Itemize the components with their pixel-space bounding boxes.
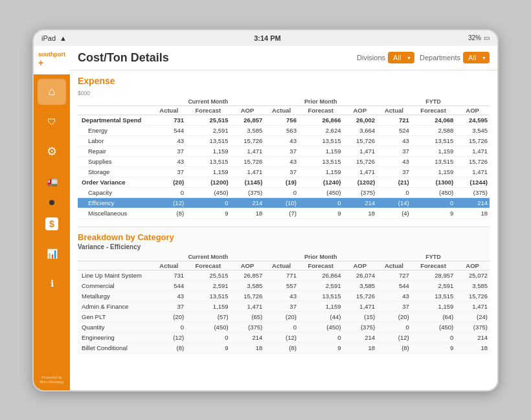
wifi-icon: ▲ [60,34,67,42]
sidebar-item-shield[interactable]: 🛡 [38,109,66,135]
table-row: Storage371,1591,471371,1591,471371,1591,… [78,166,490,177]
sidebar-item-truck[interactable]: 🚛 [38,168,66,194]
sidebar-item-settings[interactable]: ⚙ [38,138,66,164]
row-value: 3,545 [455,125,490,135]
row-value: (19) [264,177,299,187]
col-actual-pm: Actual [264,105,299,115]
row-label: Billet Conditional [78,342,152,353]
row-value: 1,159 [411,166,456,177]
row-value: (375) [455,322,490,332]
row-value: 9 [299,208,343,218]
row-value: 0 [299,197,343,208]
row-value: 1,159 [186,301,231,311]
row-value: 0 [186,197,231,208]
row-value: (20) [377,311,411,322]
logo-plus: + [38,58,65,68]
bd-col-aop-cm: AOP [231,261,265,270]
row-value: (24) [455,311,490,322]
powered-by-label: Powered by MicroStrategy [40,375,63,384]
sidebar-item-chart[interactable]: 📊 [38,241,66,267]
row-value: 18 [455,342,490,353]
row-value: 25,072 [455,270,490,280]
row-value: 15,726 [343,291,377,301]
sidebar-item-info[interactable]: ℹ [38,271,66,296]
table-row: Engineering(12)0214(12)0214(12)0214 [78,332,490,342]
row-label: Miscellaneous [78,208,152,218]
row-label: Labor [78,135,152,146]
row-value: 214 [231,197,265,208]
row-value: (450) [411,187,456,197]
row-value: 9 [411,208,456,218]
table-row: Metallurgy4313,51515,7264313,51515,72643… [78,291,490,301]
status-left: iPad ▲ [41,34,67,42]
row-value: 3,585 [343,280,377,291]
sidebar-item-home[interactable]: ⌂ [38,79,66,105]
departments-select[interactable]: All [463,52,490,63]
expense-title: Expense [78,76,490,86]
table-row: Miscellaneous(8)918(7)918(4)918 [78,208,490,218]
row-value: 2,591 [186,280,231,291]
table-row: Commercial5442,5913,5855572,5913,5855442… [78,280,490,291]
col-forecast-fytd: Forecast [411,105,456,115]
row-value: 1,471 [343,166,377,177]
row-label: Departmental Spend [78,115,152,125]
sidebar-item-dollar[interactable]: $ [38,211,66,237]
row-value: 15,726 [231,156,265,166]
row-value: (450) [186,322,231,332]
row-value: 1,159 [186,166,231,177]
shield-icon: 🛡 [47,116,56,127]
row-value: 1,471 [343,301,377,311]
bd-col-forecast-cm: Forecast [186,261,231,270]
row-label: Capacity [78,187,152,197]
main-content: Cost/Ton Details Divisions All Departmen… [70,46,497,390]
row-label: Gen PLT [78,311,152,322]
expense-table: Current Month Prior Month FYTD Actual Fo… [78,98,490,219]
row-value: 771 [264,270,299,280]
row-value: 37 [152,146,186,156]
row-value: (1244) [455,177,490,187]
col-aop-fytd: AOP [455,105,490,115]
table-row: Quantity0(450)(375)0(450)(375)0(450)(375… [78,322,490,332]
divisions-label: Divisions [357,54,385,61]
row-label: Quantity [78,322,152,332]
row-value: 26,866 [299,115,343,125]
row-value: (8) [152,208,186,218]
row-value: (1300) [411,177,456,187]
row-value: (375) [343,322,377,332]
table-row: Capacity0(450)(375)0(450)(375)0(450)(375… [78,187,490,197]
row-value: 15,726 [455,135,490,146]
row-value: 1,471 [231,301,265,311]
row-label: Commercial [78,280,152,291]
row-value: 24,068 [411,115,456,125]
chart-icon: 📊 [47,249,58,259]
row-label: Supplies [78,156,152,166]
row-value: (1240) [299,177,343,187]
status-bar: iPad ▲ 3:14 PM 32% ▭ [34,30,497,46]
row-value: 0 [377,322,411,332]
row-value: 43 [377,156,411,166]
row-value: 37 [377,166,411,177]
row-value: 37 [264,166,299,177]
row-value: (15) [343,311,377,322]
col-group-fytd: FYTD [377,98,490,106]
row-value: 2,591 [411,280,456,291]
row-value: (8) [264,342,299,353]
divisions-select[interactable]: All [388,52,414,63]
row-value: 1,471 [455,301,490,311]
row-value: 24,595 [455,115,490,125]
content-scroll[interactable]: Expense $000 Current Month Prior Month F… [70,71,497,390]
row-value: 13,515 [186,135,231,146]
row-value: 26,857 [231,115,265,125]
row-value: 15,726 [455,156,490,166]
row-value: 756 [264,115,299,125]
row-value: 26,074 [343,270,377,280]
row-value: (44) [299,311,343,322]
departments-filter-group: Departments All [420,52,490,63]
row-value: 13,515 [299,291,343,301]
logo-text: southport [38,52,65,58]
row-value: 13,515 [299,156,343,166]
row-value: 26,864 [299,270,343,280]
departments-label: Departments [420,54,460,61]
settings-icon: ⚙ [47,144,57,159]
row-label: Admin & Finance [78,301,152,311]
